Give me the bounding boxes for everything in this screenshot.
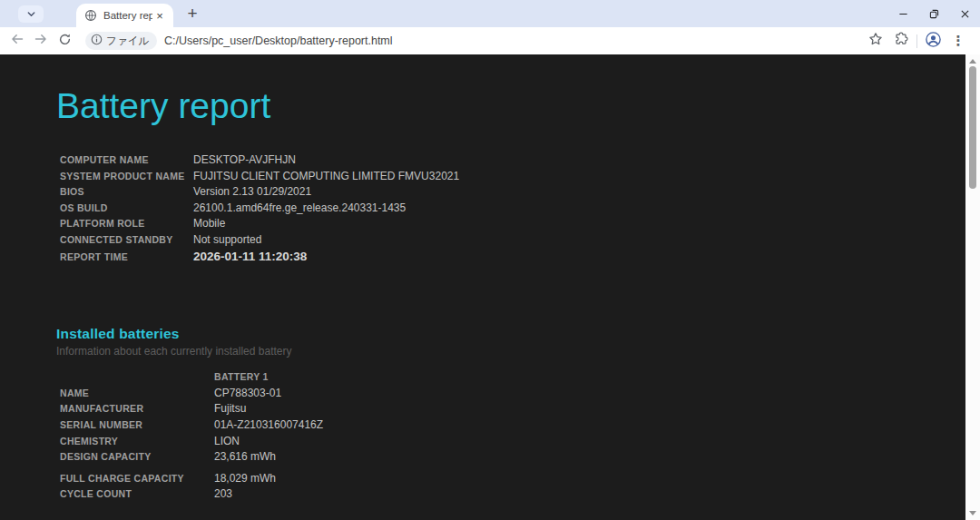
forward-button[interactable] (29, 29, 53, 53)
forward-arrow-icon (34, 32, 48, 50)
battery-column-header: BATTERY 1 (214, 369, 907, 386)
installed-batteries-heading: Installed batteries (56, 326, 907, 342)
info-value: DESKTOP-AVJFHJN (193, 152, 907, 169)
page-content: Battery report COMPUTER NAME DESKTOP-AVJ… (0, 54, 980, 520)
page-scrollbar[interactable] (965, 54, 980, 520)
tab-title: Battery report (103, 10, 152, 21)
info-value: 26100.1.amd64fre.ge_release.240331-1435 (193, 201, 907, 217)
bookmark-button[interactable] (863, 29, 888, 53)
toolbar-right: ⋮ (863, 29, 971, 53)
tab-search-button[interactable] (18, 5, 44, 23)
battery-label: CHEMISTRY (60, 434, 214, 450)
titlebar: Battery report × + (0, 0, 980, 27)
scrollbar-thumb[interactable] (969, 66, 976, 189)
tab-close-icon[interactable]: × (152, 8, 167, 23)
file-scheme-label: ファイル (106, 34, 149, 48)
url-text: C:/Users/pc_user/Desktop/battery-report.… (164, 34, 392, 47)
three-dot-menu-icon: ⋮ (952, 33, 965, 49)
info-label: REPORT TIME (60, 250, 193, 266)
battery-label: SERIAL NUMBER (60, 417, 214, 434)
battery-value: LION (214, 434, 907, 450)
back-arrow-icon (10, 32, 24, 50)
restore-button[interactable] (918, 0, 949, 27)
battery-label: FULL CHARGE CAPACITY (60, 471, 214, 487)
browser-window: Battery report × + (0, 0, 980, 520)
reload-icon (58, 33, 72, 50)
installed-batteries-subtitle: Information about each currently install… (56, 345, 907, 358)
avatar-icon (925, 31, 942, 52)
profile-button[interactable] (920, 29, 946, 53)
chevron-down-icon (26, 6, 36, 23)
window-controls (887, 0, 980, 27)
info-icon (91, 33, 103, 49)
reload-button[interactable] (53, 29, 76, 53)
page-title: Battery report (56, 85, 907, 127)
report-time-value: 2026-01-11 11:20:38 (193, 249, 907, 265)
battery-value: 01A-Z210316007416Z (214, 417, 907, 434)
info-label: OS BUILD (60, 201, 193, 217)
scrollbar-down-arrow-icon[interactable] (969, 511, 976, 515)
star-icon (868, 32, 883, 50)
battery-table: BATTERY 1 NAME CP788303-01 MANUFACTURER … (60, 369, 907, 503)
address-bar[interactable]: ファイル C:/Users/pc_user/Desktop/battery-re… (85, 32, 863, 50)
back-button[interactable] (5, 29, 29, 53)
battery-value: 203 (214, 486, 907, 503)
battery-value: 23,616 mWh (214, 449, 907, 466)
info-label: CONNECTED STANDBY (60, 232, 193, 249)
info-label: SYSTEM PRODUCT NAME (60, 169, 193, 185)
info-value: Version 2.13 01/29/2021 (193, 184, 907, 201)
info-value: Not supported (193, 232, 907, 249)
battery-label: NAME (60, 386, 214, 402)
info-label: PLATFORM ROLE (60, 216, 193, 232)
info-value: FUJITSU CLIENT COMPUTING LIMITED FMVU320… (193, 169, 907, 185)
menu-button[interactable]: ⋮ (946, 29, 971, 53)
file-scheme-badge[interactable]: ファイル (85, 32, 157, 50)
battery-value: 18,029 mWh (214, 471, 907, 487)
minimize-button[interactable] (887, 0, 918, 27)
globe-icon (84, 9, 97, 22)
close-button[interactable] (949, 0, 980, 27)
battery-value: Fujitsu (214, 401, 907, 417)
info-value: Mobile (193, 216, 907, 232)
scrollbar-up-arrow-icon[interactable] (969, 59, 976, 64)
extensions-button[interactable] (888, 29, 914, 53)
toolbar: ファイル C:/Users/pc_user/Desktop/battery-re… (0, 27, 980, 54)
info-label: COMPUTER NAME (60, 152, 193, 169)
battery-label: CYCLE COUNT (60, 486, 214, 503)
system-info-table: COMPUTER NAME DESKTOP-AVJFHJN SYSTEM PRO… (60, 152, 907, 265)
battery-label: MANUFACTURER (60, 401, 214, 417)
battery-label: DESIGN CAPACITY (60, 449, 214, 466)
info-label: BIOS (60, 184, 193, 201)
toolbar-divider (916, 34, 917, 48)
new-tab-button[interactable]: + (181, 2, 204, 25)
puzzle-icon (894, 32, 908, 50)
tab-battery-report[interactable]: Battery report × (76, 4, 173, 27)
battery-value: CP788303-01 (214, 386, 907, 402)
battery-report-page: Battery report COMPUTER NAME DESKTOP-AVJ… (0, 54, 980, 503)
